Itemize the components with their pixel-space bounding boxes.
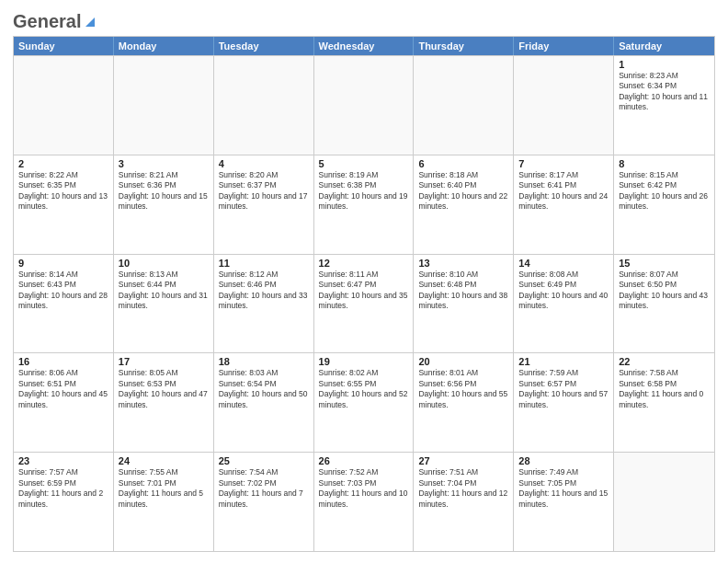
calendar-cell-1: 1Sunrise: 8:23 AMSunset: 6:34 PMDaylight… bbox=[614, 56, 714, 155]
calendar-cell-17: 17Sunrise: 8:05 AMSunset: 6:53 PMDayligh… bbox=[114, 353, 214, 452]
day-number: 20 bbox=[418, 356, 508, 367]
calendar-cell-23: 23Sunrise: 7:57 AMSunset: 6:59 PMDayligh… bbox=[14, 453, 114, 551]
day-number: 21 bbox=[518, 356, 609, 367]
svg-marker-0 bbox=[85, 17, 95, 27]
calendar-cell-20: 20Sunrise: 8:01 AMSunset: 6:56 PMDayligh… bbox=[414, 353, 514, 452]
calendar-cell-empty-0-3 bbox=[314, 56, 415, 155]
cell-info: Sunrise: 8:07 AMSunset: 6:50 PMDaylight:… bbox=[619, 270, 710, 312]
cell-info: Sunrise: 8:22 AMSunset: 6:35 PMDaylight:… bbox=[18, 170, 108, 213]
calendar-cell-18: 18Sunrise: 8:03 AMSunset: 6:54 PMDayligh… bbox=[214, 353, 314, 452]
day-number: 6 bbox=[418, 158, 508, 169]
logo-arrow-icon bbox=[82, 14, 98, 30]
cell-info: Sunrise: 8:08 AMSunset: 6:49 PMDaylight:… bbox=[518, 270, 609, 312]
calendar: SundayMondayTuesdayWednesdayThursdayFrid… bbox=[13, 36, 715, 552]
cell-info: Sunrise: 8:12 AMSunset: 6:46 PMDaylight:… bbox=[219, 270, 309, 312]
calendar-row-4: 23Sunrise: 7:57 AMSunset: 6:59 PMDayligh… bbox=[14, 452, 714, 551]
header: General bbox=[13, 11, 715, 29]
day-number: 24 bbox=[119, 455, 209, 466]
calendar-cell-empty-0-2 bbox=[214, 56, 314, 155]
calendar-cell-empty-4-6 bbox=[614, 453, 714, 551]
calendar-header: SundayMondayTuesdayWednesdayThursdayFrid… bbox=[14, 37, 714, 55]
cell-info: Sunrise: 8:13 AMSunset: 6:44 PMDaylight:… bbox=[119, 270, 209, 312]
day-number: 14 bbox=[518, 258, 609, 269]
calendar-row-0: 1Sunrise: 8:23 AMSunset: 6:34 PMDaylight… bbox=[14, 55, 714, 155]
cell-info: Sunrise: 8:01 AMSunset: 6:56 PMDaylight:… bbox=[418, 368, 508, 410]
calendar-cell-10: 10Sunrise: 8:13 AMSunset: 6:44 PMDayligh… bbox=[114, 255, 214, 353]
calendar-cell-9: 9Sunrise: 8:14 AMSunset: 6:43 PMDaylight… bbox=[14, 255, 114, 353]
cell-info: Sunrise: 8:21 AMSunset: 6:36 PMDaylight:… bbox=[119, 170, 209, 213]
calendar-cell-19: 19Sunrise: 8:02 AMSunset: 6:55 PMDayligh… bbox=[314, 353, 415, 452]
cell-info: Sunrise: 8:10 AMSunset: 6:48 PMDaylight:… bbox=[418, 270, 508, 312]
weekday-header-friday: Friday bbox=[514, 37, 614, 55]
day-number: 11 bbox=[219, 258, 309, 269]
day-number: 8 bbox=[619, 158, 710, 169]
day-number: 28 bbox=[518, 455, 609, 466]
cell-info: Sunrise: 8:02 AMSunset: 6:55 PMDaylight:… bbox=[319, 368, 409, 410]
day-number: 3 bbox=[119, 158, 209, 169]
day-number: 4 bbox=[219, 158, 309, 169]
calendar-cell-21: 21Sunrise: 7:59 AMSunset: 6:57 PMDayligh… bbox=[514, 353, 614, 452]
calendar-cell-24: 24Sunrise: 7:55 AMSunset: 7:01 PMDayligh… bbox=[114, 453, 214, 551]
cell-info: Sunrise: 8:15 AMSunset: 6:42 PMDaylight:… bbox=[619, 170, 710, 213]
logo-general: General bbox=[13, 11, 81, 32]
weekday-header-wednesday: Wednesday bbox=[314, 37, 415, 55]
day-number: 27 bbox=[418, 455, 508, 466]
day-number: 23 bbox=[18, 455, 108, 466]
calendar-cell-26: 26Sunrise: 7:52 AMSunset: 7:03 PMDayligh… bbox=[314, 453, 415, 551]
weekday-header-sunday: Sunday bbox=[14, 37, 114, 55]
day-number: 10 bbox=[119, 258, 209, 269]
cell-info: Sunrise: 8:11 AMSunset: 6:47 PMDaylight:… bbox=[319, 270, 409, 312]
calendar-cell-14: 14Sunrise: 8:08 AMSunset: 6:49 PMDayligh… bbox=[514, 255, 614, 353]
weekday-header-monday: Monday bbox=[114, 37, 214, 55]
day-number: 16 bbox=[18, 356, 108, 367]
cell-info: Sunrise: 7:58 AMSunset: 6:58 PMDaylight:… bbox=[619, 368, 710, 410]
calendar-cell-empty-0-4 bbox=[414, 56, 514, 155]
day-number: 19 bbox=[319, 356, 409, 367]
calendar-cell-8: 8Sunrise: 8:15 AMSunset: 6:42 PMDaylight… bbox=[614, 155, 714, 254]
day-number: 5 bbox=[319, 158, 409, 169]
calendar-cell-empty-0-1 bbox=[114, 56, 214, 155]
cell-info: Sunrise: 8:19 AMSunset: 6:38 PMDaylight:… bbox=[319, 170, 409, 213]
cell-info: Sunrise: 8:06 AMSunset: 6:51 PMDaylight:… bbox=[18, 368, 108, 410]
cell-info: Sunrise: 7:54 AMSunset: 7:02 PMDaylight:… bbox=[219, 467, 309, 510]
calendar-cell-16: 16Sunrise: 8:06 AMSunset: 6:51 PMDayligh… bbox=[14, 353, 114, 452]
day-number: 7 bbox=[518, 158, 609, 169]
calendar-cell-5: 5Sunrise: 8:19 AMSunset: 6:38 PMDaylight… bbox=[314, 155, 415, 254]
day-number: 26 bbox=[319, 455, 409, 466]
day-number: 2 bbox=[18, 158, 108, 169]
calendar-row-1: 2Sunrise: 8:22 AMSunset: 6:35 PMDaylight… bbox=[14, 155, 714, 254]
day-number: 17 bbox=[119, 356, 209, 367]
cell-info: Sunrise: 7:55 AMSunset: 7:01 PMDaylight:… bbox=[119, 467, 209, 510]
cell-info: Sunrise: 8:05 AMSunset: 6:53 PMDaylight:… bbox=[119, 368, 209, 410]
day-number: 18 bbox=[219, 356, 309, 367]
calendar-cell-2: 2Sunrise: 8:22 AMSunset: 6:35 PMDaylight… bbox=[14, 155, 114, 254]
day-number: 12 bbox=[319, 258, 409, 269]
cell-info: Sunrise: 8:18 AMSunset: 6:40 PMDaylight:… bbox=[418, 170, 508, 213]
calendar-row-3: 16Sunrise: 8:06 AMSunset: 6:51 PMDayligh… bbox=[14, 352, 714, 452]
day-number: 13 bbox=[418, 258, 508, 269]
cell-info: Sunrise: 7:59 AMSunset: 6:57 PMDaylight:… bbox=[518, 368, 609, 410]
calendar-cell-22: 22Sunrise: 7:58 AMSunset: 6:58 PMDayligh… bbox=[614, 353, 714, 452]
calendar-cell-empty-0-5 bbox=[514, 56, 614, 155]
calendar-cell-7: 7Sunrise: 8:17 AMSunset: 6:41 PMDaylight… bbox=[514, 155, 614, 254]
calendar-cell-4: 4Sunrise: 8:20 AMSunset: 6:37 PMDaylight… bbox=[214, 155, 314, 254]
calendar-cell-13: 13Sunrise: 8:10 AMSunset: 6:48 PMDayligh… bbox=[414, 255, 514, 353]
calendar-cell-11: 11Sunrise: 8:12 AMSunset: 6:46 PMDayligh… bbox=[214, 255, 314, 353]
cell-info: Sunrise: 7:52 AMSunset: 7:03 PMDaylight:… bbox=[319, 467, 409, 510]
weekday-header-saturday: Saturday bbox=[614, 37, 714, 55]
cell-info: Sunrise: 8:17 AMSunset: 6:41 PMDaylight:… bbox=[518, 170, 609, 213]
calendar-cell-3: 3Sunrise: 8:21 AMSunset: 6:36 PMDaylight… bbox=[114, 155, 214, 254]
calendar-row-2: 9Sunrise: 8:14 AMSunset: 6:43 PMDaylight… bbox=[14, 254, 714, 353]
calendar-cell-15: 15Sunrise: 8:07 AMSunset: 6:50 PMDayligh… bbox=[614, 255, 714, 353]
day-number: 9 bbox=[18, 258, 108, 269]
calendar-body: 1Sunrise: 8:23 AMSunset: 6:34 PMDaylight… bbox=[14, 55, 714, 551]
weekday-header-tuesday: Tuesday bbox=[214, 37, 314, 55]
calendar-cell-12: 12Sunrise: 8:11 AMSunset: 6:47 PMDayligh… bbox=[314, 255, 415, 353]
cell-info: Sunrise: 7:57 AMSunset: 6:59 PMDaylight:… bbox=[18, 467, 108, 510]
calendar-cell-6: 6Sunrise: 8:18 AMSunset: 6:40 PMDaylight… bbox=[414, 155, 514, 254]
cell-info: Sunrise: 7:51 AMSunset: 7:04 PMDaylight:… bbox=[418, 467, 508, 510]
calendar-cell-28: 28Sunrise: 7:49 AMSunset: 7:05 PMDayligh… bbox=[514, 453, 614, 551]
page: General SundayMondayTuesdayWednesdayThur… bbox=[0, 0, 728, 563]
cell-info: Sunrise: 8:14 AMSunset: 6:43 PMDaylight:… bbox=[18, 270, 108, 312]
calendar-cell-27: 27Sunrise: 7:51 AMSunset: 7:04 PMDayligh… bbox=[414, 453, 514, 551]
